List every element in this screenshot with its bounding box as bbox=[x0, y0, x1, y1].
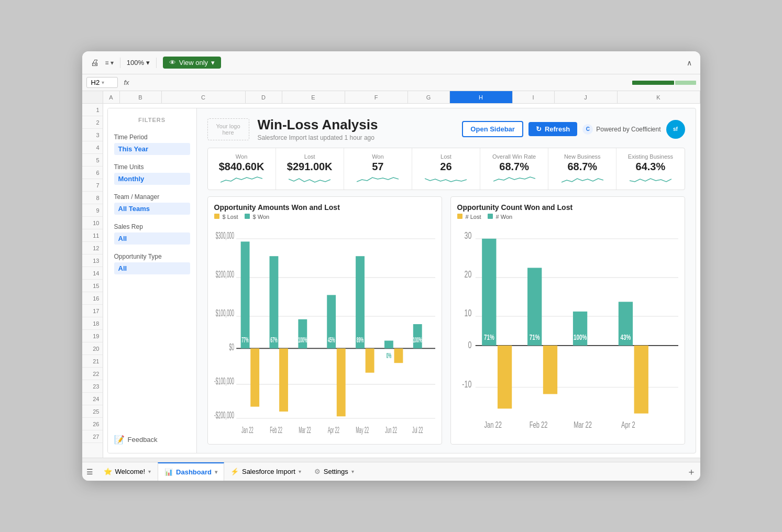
legend-lost-dot: $ Lost bbox=[214, 214, 238, 220]
row-18: 18 bbox=[82, 317, 103, 330]
row-15: 15 bbox=[82, 280, 103, 292]
tab-settings-chevron[interactable]: ▾ bbox=[351, 469, 354, 474]
sales-rep-value[interactable]: All bbox=[114, 232, 190, 245]
spreadsheet-area: 1 2 3 4 5 6 7 8 9 10 11 12 13 14 15 16 1… bbox=[82, 91, 700, 458]
opp-type-label: Opportunity Type bbox=[114, 253, 190, 260]
row-22: 22 bbox=[82, 368, 103, 380]
col-B[interactable]: B bbox=[120, 91, 162, 103]
time-period-value[interactable]: This Year bbox=[114, 143, 190, 155]
svg-text:-$200,000: -$200,000 bbox=[214, 409, 234, 420]
sales-rep-label: Sales Rep bbox=[114, 223, 190, 230]
svg-text:Jan 22: Jan 22 bbox=[241, 425, 253, 435]
tab-salesforce-import[interactable]: ⚡ Salesforce Import ▾ bbox=[224, 462, 308, 481]
svg-text:Jun 22: Jun 22 bbox=[385, 425, 397, 435]
dashboard-inner: FILTERS Time Period This Year Time Units… bbox=[107, 108, 696, 453]
row-headers: 1 2 3 4 5 6 7 8 9 10 11 12 13 14 15 16 1… bbox=[82, 91, 103, 458]
time-units-label: Time Units bbox=[114, 163, 190, 171]
col-G[interactable]: G bbox=[408, 91, 450, 103]
row-25: 25 bbox=[82, 405, 103, 418]
chart-amounts-area: $300,000 $200,000 $100,000 $0 -$100,000 … bbox=[214, 224, 435, 438]
open-sidebar-button[interactable]: Open Sidebar bbox=[462, 121, 523, 137]
col-A[interactable]: A bbox=[103, 91, 120, 103]
svg-rect-53 bbox=[543, 346, 557, 394]
row-14: 14 bbox=[82, 267, 103, 280]
svg-rect-14 bbox=[250, 348, 259, 406]
collapse-icon[interactable]: ∧ bbox=[687, 59, 692, 67]
add-sheet-button[interactable]: ＋ bbox=[687, 465, 696, 478]
tab-sf-chevron[interactable]: ▾ bbox=[299, 469, 301, 474]
svg-text:89%: 89% bbox=[356, 336, 364, 343]
svg-rect-28 bbox=[394, 348, 403, 363]
row-26: 26 bbox=[82, 418, 103, 430]
svg-text:Jan 22: Jan 22 bbox=[484, 420, 502, 430]
feedback-button[interactable]: 📝 Feedback bbox=[114, 435, 190, 445]
col-J[interactable]: J bbox=[555, 91, 618, 103]
col-H[interactable]: H bbox=[450, 91, 513, 103]
metric-lost-amount-value: $291.00K bbox=[287, 161, 333, 173]
salesforce-logo: sf bbox=[666, 120, 685, 139]
row-21: 21 bbox=[82, 355, 103, 368]
zoom-selector[interactable]: 100% ▾ bbox=[127, 59, 150, 66]
svg-text:$0: $0 bbox=[229, 341, 234, 352]
svg-text:Mar 22: Mar 22 bbox=[574, 420, 592, 430]
dashboard-icon: 📊 bbox=[164, 468, 173, 476]
bottom-tabs: ☰ ⭐ Welcome! ▾ 📊 Dashboard ▾ ⚡ Salesforc… bbox=[82, 462, 700, 481]
col-D[interactable]: D bbox=[246, 91, 282, 103]
metric-existing-business-value: 64.3% bbox=[636, 161, 666, 173]
svg-text:Feb 22: Feb 22 bbox=[529, 420, 547, 430]
tab-dashboard-chevron[interactable]: ▾ bbox=[215, 469, 217, 475]
tab-welcome[interactable]: ⭐ Welcome! ▾ bbox=[97, 462, 158, 481]
tab-dashboard[interactable]: 📊 Dashboard ▾ bbox=[158, 462, 224, 481]
feedback-label: Feedback bbox=[128, 436, 158, 444]
tab-settings[interactable]: ⚙ Settings ▾ bbox=[308, 462, 361, 481]
cell-reference[interactable]: H2 ▾ bbox=[86, 77, 118, 88]
sparkline-lost-count bbox=[425, 175, 467, 184]
sparkline-lost-amount bbox=[289, 175, 331, 184]
row-header-corner bbox=[82, 91, 103, 104]
metric-won-count-value: 57 bbox=[372, 161, 383, 173]
refresh-button[interactable]: ↻ Refresh bbox=[528, 122, 577, 136]
metrics-row: Won $840.60K Lost $291.00K bbox=[207, 148, 685, 190]
view-only-button[interactable]: 👁 View only ▾ bbox=[163, 57, 221, 69]
row-16: 16 bbox=[82, 292, 103, 305]
chart-amounts: Opportunity Amounts Won and Lost $ Lost bbox=[207, 196, 442, 445]
team-manager-label: Team / Manager bbox=[114, 193, 190, 201]
separator bbox=[120, 58, 120, 68]
col-headers: A B C D E F G H I J K bbox=[103, 91, 700, 104]
col-K[interactable]: K bbox=[618, 91, 700, 103]
tab-welcome-chevron[interactable]: ▾ bbox=[148, 469, 151, 474]
metric-existing-business: Existing Business 64.3% bbox=[616, 148, 684, 190]
col-C[interactable]: C bbox=[162, 91, 246, 103]
scrollbar-horizontal[interactable] bbox=[82, 458, 700, 462]
col-I[interactable]: I bbox=[513, 91, 555, 103]
time-units-filter: Time Units Monthly bbox=[114, 163, 190, 185]
welcome-icon: ⭐ bbox=[104, 468, 112, 475]
col-E[interactable]: E bbox=[282, 91, 345, 103]
time-units-value[interactable]: Monthly bbox=[114, 173, 190, 185]
metric-won-amount-value: $840.60K bbox=[219, 161, 265, 173]
sparkline-existing-business bbox=[630, 175, 671, 184]
opp-type-filter: Opportunity Type All bbox=[114, 253, 190, 274]
metric-new-business-label: New Business bbox=[564, 153, 601, 160]
print-icon[interactable]: 🖨 bbox=[91, 58, 99, 68]
title-block: Win-Loss Analysis Salesforce Import last… bbox=[258, 117, 454, 141]
metric-won-count: Won 57 bbox=[344, 148, 412, 190]
opp-type-value[interactable]: All bbox=[114, 262, 190, 274]
metric-lost-amount: Lost $291.00K bbox=[276, 148, 344, 190]
col-F[interactable]: F bbox=[345, 91, 408, 103]
svg-rect-15 bbox=[269, 256, 278, 348]
dropdown-arrow[interactable]: ▾ bbox=[102, 80, 104, 85]
chart-amounts-legend: $ Lost $ Won bbox=[214, 214, 435, 220]
chart-count-area: 30 20 10 0 -10 bbox=[457, 224, 678, 438]
legend-lost-count-dot: # Lost bbox=[457, 214, 481, 220]
metric-won-amount: Won $840.60K bbox=[208, 148, 276, 190]
tab-menu-icon[interactable]: ☰ bbox=[86, 468, 93, 476]
svg-text:$300,000: $300,000 bbox=[215, 230, 234, 241]
filter-icon[interactable]: ≡ ▾ bbox=[105, 59, 114, 66]
team-manager-value[interactable]: All Teams bbox=[114, 203, 190, 215]
row-27: 27 bbox=[82, 430, 103, 443]
svg-text:-$100,000: -$100,000 bbox=[214, 375, 234, 386]
powered-by[interactable]: C Powered by Coefficient bbox=[582, 124, 660, 135]
metric-won-count-label: Won bbox=[372, 153, 383, 160]
chart-amounts-title: Opportunity Amounts Won and Lost bbox=[214, 203, 435, 212]
